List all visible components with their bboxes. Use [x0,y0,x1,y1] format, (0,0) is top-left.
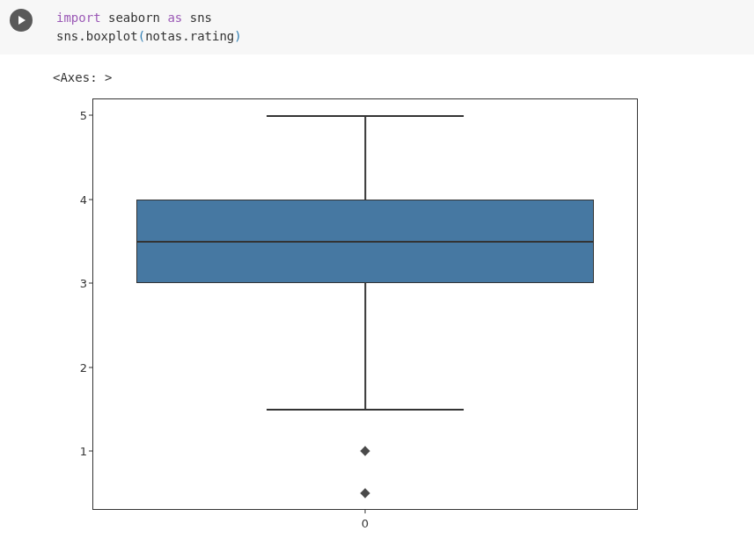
whisker-lower [364,283,366,409]
boxplot-chart: 123450 [53,91,651,540]
alias-name: sns [182,11,212,25]
output-repr: <Axes: > [53,70,754,84]
paren-close: ) [234,29,241,43]
output-area: <Axes: > 123450 [0,55,754,540]
y-tick-mark [89,199,92,200]
median-line [136,241,595,243]
y-tick-mark [89,283,92,284]
y-tick-label: 3 [75,277,87,290]
play-icon [10,9,33,32]
y-tick-mark [89,367,92,367]
y-tick-label: 2 [75,360,87,374]
y-tick-label: 5 [75,109,87,122]
function-call: sns.boxplot [56,29,138,43]
x-tick-mark [365,510,366,513]
run-button[interactable] [0,0,42,42]
x-tick-label: 0 [362,517,369,530]
y-tick-label: 4 [75,193,87,206]
cap-upper [267,115,464,117]
paren-open: ( [138,29,145,43]
y-tick-mark [89,451,92,452]
keyword-as: as [167,11,182,25]
module-name: seaborn [101,11,168,25]
keyword-import: import [56,11,101,25]
cap-lower [267,409,464,411]
code-input[interactable]: import seaborn as sns sns.boxplot(notas.… [42,0,754,55]
y-tick-label: 1 [75,445,87,458]
argument: notas.rating [145,29,234,43]
y-tick-mark [89,115,92,116]
code-cell: import seaborn as sns sns.boxplot(notas.… [0,0,754,55]
whisker-upper [364,115,366,200]
